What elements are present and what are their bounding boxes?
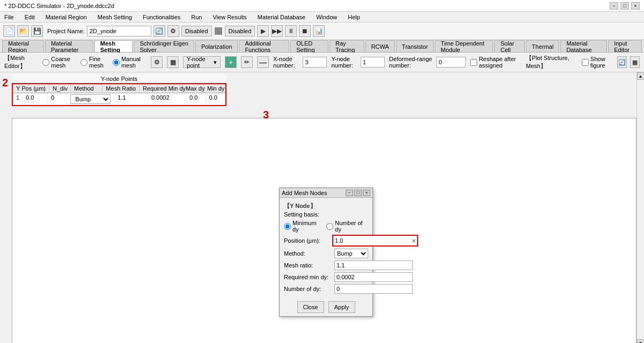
apply-btn[interactable]: Apply (328, 301, 355, 313)
menu-window[interactable]: Window (314, 14, 339, 20)
chart-btn[interactable]: 📊 (313, 25, 325, 37)
add-mesh-dialog: Add Mesh Nodes − □ × 【Y Node】 Setting ba… (279, 188, 373, 317)
disabled-label2: Disabled (229, 28, 252, 34)
close-btn[interactable]: × (631, 2, 640, 10)
plot-grid-btn[interactable]: ▦ (630, 56, 640, 68)
coarse-mesh-radio[interactable]: Coarse mesh (42, 56, 76, 69)
refresh-btn[interactable]: 🔄 (153, 25, 165, 37)
row-index: 1 (13, 93, 23, 105)
dialog-min-btn[interactable]: − (346, 190, 353, 196)
tab-material-database[interactable]: Material Database (560, 40, 607, 52)
dialog-controls: − □ × (346, 190, 370, 196)
xnode-label: X-node number: (273, 56, 301, 69)
menu-view-results[interactable]: View Results (210, 14, 248, 20)
edit-node-btn[interactable]: ✏ (241, 56, 253, 68)
play-btn2[interactable]: ▶▶ (271, 25, 283, 37)
position-input[interactable] (333, 236, 411, 245)
num-dy-radio-input[interactable] (326, 223, 333, 230)
row-mindy: 0.0 (206, 93, 225, 105)
method-select[interactable]: Bump (70, 94, 111, 104)
tab-transistor[interactable]: Transistor (396, 40, 434, 52)
col-ypos: Y Pos (μm) (13, 84, 49, 93)
scroll-up-btn[interactable]: ▲ (637, 72, 645, 80)
num-of-dy-input[interactable] (334, 284, 413, 294)
tab-polarization[interactable]: Polarization (195, 40, 238, 52)
mesh-settings-btn[interactable]: ⚙ (151, 56, 163, 68)
deformed-group: Deformed-range number: (389, 56, 466, 69)
fine-mesh-input[interactable] (80, 59, 87, 66)
dialog-close-btn[interactable]: × (363, 190, 370, 196)
col-reqmindy: Required Min dy (140, 84, 182, 93)
play-btn4[interactable]: ⏹ (299, 25, 311, 37)
method-select-dialog[interactable]: Bump (334, 249, 368, 258)
menu-functionalities[interactable]: Functionalities (141, 14, 182, 20)
minimize-btn[interactable]: − (610, 2, 618, 10)
open-btn[interactable]: 📂 (17, 25, 29, 37)
coarse-mesh-input[interactable] (42, 59, 49, 66)
method-row: Method: Bump (284, 249, 368, 258)
ynode-input[interactable] (361, 57, 385, 68)
menu-edit[interactable]: Edit (23, 14, 37, 20)
title-text: * 2D-DDCC Simulator - 2D_ynode.ddcc2d (4, 3, 114, 9)
row-method: Bump (67, 93, 114, 105)
play-btn3[interactable]: ⏸ (285, 25, 297, 37)
plot-refresh-btn[interactable]: 🔄 (617, 56, 627, 68)
min-dy-radio[interactable]: Minimum dy (284, 220, 322, 233)
menu-run[interactable]: Run (189, 14, 204, 20)
tab-solar-cell[interactable]: Solar Cell (494, 40, 525, 52)
reshape-checkbox[interactable] (470, 59, 477, 66)
fine-mesh-radio[interactable]: Fine mesh (80, 56, 108, 69)
dialog-max-btn[interactable]: □ (354, 190, 362, 196)
tab-rcwa[interactable]: RCWA (365, 40, 395, 52)
play-btn1[interactable]: ▶ (257, 25, 269, 37)
tab-additional-functions[interactable]: Additional Functions (239, 40, 289, 52)
menu-material-database[interactable]: Material Database (255, 14, 308, 20)
num-dy-radio[interactable]: Number of dy (326, 220, 368, 233)
step-number-2: 2 (2, 77, 8, 89)
num-dy-label: Number of dy (335, 220, 368, 233)
menu-help[interactable]: Help (346, 14, 362, 20)
maximize-btn[interactable]: □ (620, 2, 629, 10)
xnode-input[interactable] (303, 57, 327, 68)
ynode-table: Y Pos (μm) N_div Method Mesh Ratio Requi… (12, 83, 226, 106)
ynode-label: Y-node number: (331, 56, 358, 69)
tab-ray-tracing[interactable]: Ray Tracing (330, 40, 364, 52)
manual-mesh-input[interactable] (113, 59, 120, 66)
mesh-grid-btn[interactable]: ▦ (167, 56, 179, 68)
disabled-btn2[interactable]: Disabled (225, 26, 255, 36)
num-of-dy-label: Number of dy: (284, 286, 332, 292)
menu-mesh-setting[interactable]: Mesh Setting (96, 14, 134, 20)
show-figure-check[interactable]: Show figure (582, 56, 614, 69)
scroll-down-btn[interactable]: ▼ (637, 339, 645, 343)
ynode-table-container: Y-node Points Y Pos (μm) N_div Method Me… (12, 74, 226, 106)
tab-oled-setting[interactable]: OLED Setting (290, 40, 328, 52)
min-dy-radio-input[interactable] (284, 223, 291, 230)
project-input[interactable] (87, 26, 151, 36)
tab-material-region[interactable]: Material Region (2, 40, 44, 52)
disabled-btn1[interactable]: Disabled (181, 26, 212, 36)
new-btn[interactable]: 📄 (3, 25, 15, 37)
mesh-mode-group: Coarse mesh Fine mesh Manual mesh (42, 56, 147, 69)
close-dialog-btn[interactable]: Close (297, 301, 324, 313)
tab-mesh-setting[interactable]: Mesh Setting (94, 40, 133, 52)
save-btn[interactable]: 💾 (31, 25, 43, 37)
mesh-ratio-input[interactable] (334, 260, 413, 270)
menu-file[interactable]: File (2, 14, 16, 20)
settings-btn[interactable]: ⚙ (167, 25, 179, 37)
toolbar: 📄 📂 💾 Project Name: 🔄 ⚙ Disabled Disable… (0, 23, 644, 40)
menu-material-region[interactable]: Material Region (43, 14, 89, 20)
show-figure-checkbox[interactable] (582, 59, 589, 66)
tab-thermal[interactable]: Thermal (526, 40, 559, 52)
reshape-check[interactable]: Reshape after assigned (470, 56, 526, 69)
delete-node-btn[interactable]: — (257, 56, 269, 68)
tab-schrodinger[interactable]: Schrödinger Eigen Solver (134, 40, 194, 52)
manual-mesh-radio[interactable]: Manual mesh (113, 56, 147, 69)
tab-material-parameter[interactable]: Material Parameter (45, 40, 93, 52)
req-min-dy-input[interactable] (334, 272, 413, 282)
tab-input-editor[interactable]: Input Editor (608, 40, 642, 52)
tab-time-dependent[interactable]: Time Dependent Module (435, 40, 493, 52)
node-type-dropdown[interactable]: Y-node point ▾ (183, 56, 221, 68)
deformed-input[interactable] (436, 57, 466, 68)
position-clear-btn[interactable]: ✕ (411, 238, 417, 244)
add-node-btn[interactable]: + (225, 56, 237, 68)
